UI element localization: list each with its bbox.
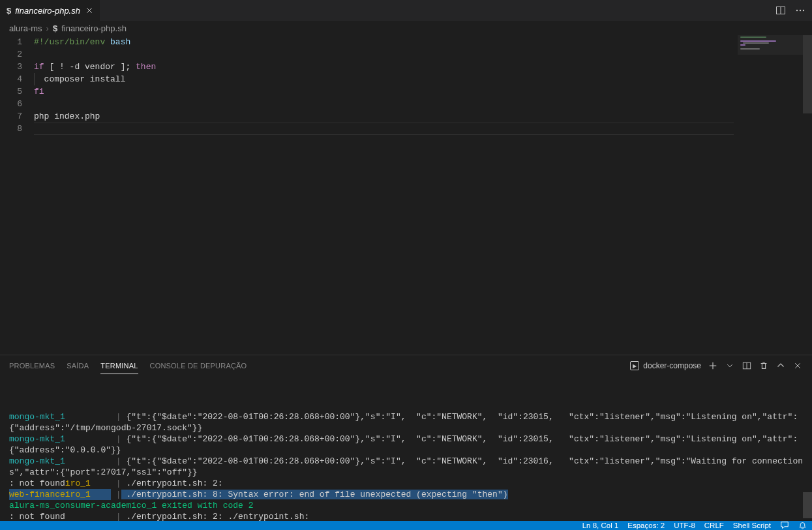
tab-debug-console[interactable]: CONSOLE DE DEPURAÇÃO [150, 358, 247, 374]
profile-label: docker-compose [643, 361, 701, 370]
token: [ ! -d vendor ] [44, 62, 126, 72]
token: then [130, 62, 156, 72]
tab-problems[interactable]: PROBLEMAS [9, 358, 55, 374]
line-number: 1 [0, 36, 22, 48]
status-eol[interactable]: CRLF [704, 522, 724, 529]
minimap[interactable] [738, 35, 803, 348]
terminal-line: alura-ms_consumer-academico_1 exited wit… [9, 500, 803, 511]
task-icon: ▶ [630, 361, 639, 370]
line-number: 6 [0, 98, 22, 110]
terminal-line: web-financeiro_1 | ./entrypoint.sh: 8: S… [9, 489, 803, 500]
more-icon[interactable] [795, 5, 805, 16]
panel-tab-group: PROBLEMAS SAÍDA TERMINAL CONSOLE DE DEPU… [9, 358, 247, 374]
line-gutter: 12345678 [0, 35, 34, 355]
editor-actions [775, 5, 809, 16]
status-bar: Ln 8, Col 1 Espaços: 2 UTF-8 CRLF Shell … [0, 521, 812, 530]
code-line[interactable]: composer install [34, 73, 812, 85]
tab-terminal[interactable]: TERMINAL [100, 358, 138, 374]
svg-point-4 [803, 10, 804, 11]
tab-group: $ financeiro-php.sh [0, 0, 100, 21]
token: composer install [34, 74, 125, 84]
bell-icon[interactable] [798, 522, 807, 530]
line-number: 2 [0, 48, 22, 61]
code-line[interactable] [34, 123, 812, 135]
shell-icon: $ [53, 23, 57, 33]
terminal-line: : not foundiro_1 | ./entrypoint.sh: 2: [9, 478, 803, 489]
editor-tabs: $ financeiro-php.sh [0, 0, 812, 21]
svg-point-2 [796, 10, 798, 11]
status-indent[interactable]: Espaços: 2 [627, 522, 665, 529]
breadcrumb-file[interactable]: financeiro-php.sh [61, 23, 127, 33]
new-terminal-icon[interactable] [708, 361, 718, 371]
file-tab[interactable]: $ financeiro-php.sh [0, 0, 100, 21]
status-encoding[interactable]: UTF-8 [674, 522, 695, 529]
token: if [34, 62, 44, 72]
split-editor-icon[interactable] [775, 5, 786, 16]
terminal-output[interactable]: mongo-mkt_1 | {"t":{"$date":"2022-08-01T… [0, 376, 812, 521]
status-language[interactable]: Shell Script [733, 522, 771, 529]
close-panel-icon[interactable] [792, 361, 803, 371]
terminal-profile[interactable]: ▶ docker-compose [630, 361, 701, 370]
line-number: 4 [0, 73, 22, 85]
minimap-viewport[interactable] [738, 35, 803, 55]
terminal-line: mongo-mkt_1 | {"t":{"$date":"2022-08-01T… [9, 434, 803, 456]
breadcrumb[interactable]: alura-ms › $ financeiro-php.sh [0, 21, 812, 35]
panel-actions: ▶ docker-compose [630, 361, 803, 371]
code-line[interactable]: #!/usr/bin/env bash [34, 36, 812, 48]
code-line[interactable] [34, 98, 812, 110]
close-icon[interactable] [84, 5, 95, 16]
code-editor[interactable]: 12345678 #!/usr/bin/env bashif [ ! -d ve… [0, 35, 812, 355]
token: fi [34, 87, 44, 96]
terminal-line: mongo-mkt_1 | {"t":{"$date":"2022-08-01T… [9, 411, 803, 434]
breadcrumb-root[interactable]: alura-ms [9, 23, 42, 33]
chevron-right-icon: › [46, 23, 49, 33]
terminal-scrollbar[interactable] [803, 376, 812, 521]
trash-icon[interactable] [759, 361, 769, 371]
maximize-panel-icon[interactable] [775, 361, 786, 371]
code-line[interactable]: if [ ! -d vendor ]; then [34, 61, 812, 73]
line-number: 3 [0, 61, 22, 73]
token: bash [110, 37, 130, 47]
bottom-panel: PROBLEMAS SAÍDA TERMINAL CONSOLE DE DEPU… [0, 355, 812, 521]
code-line[interactable]: fi [34, 85, 812, 98]
token: #!/usr/bin/env [34, 37, 110, 47]
tab-title: financeiro-php.sh [15, 6, 80, 16]
split-terminal-icon[interactable] [742, 361, 752, 371]
token: php index.php [34, 111, 100, 121]
line-number: 7 [0, 110, 22, 123]
scrollbar-thumb[interactable] [803, 492, 812, 518]
terminal-line: : not found | ./entrypoint.sh: 2: ./entr… [9, 511, 803, 521]
scrollbar-thumb[interactable] [803, 35, 812, 113]
line-number: 5 [0, 85, 22, 98]
terminal-line: mongo-mkt_1 | {"t":{"$date":"2022-08-01T… [9, 456, 803, 478]
panel-tabs: PROBLEMAS SAÍDA TERMINAL CONSOLE DE DEPU… [0, 355, 812, 376]
shell-icon: $ [7, 6, 11, 16]
code-area[interactable]: #!/usr/bin/env bashif [ ! -d vendor ]; t… [34, 35, 812, 355]
code-line[interactable]: php index.php [34, 110, 812, 123]
editor-scrollbar[interactable] [803, 35, 812, 355]
line-number: 8 [0, 123, 22, 135]
code-line[interactable] [34, 48, 812, 61]
status-cursor[interactable]: Ln 8, Col 1 [582, 522, 619, 529]
svg-point-3 [800, 10, 801, 11]
chevron-down-icon[interactable] [725, 361, 735, 371]
feedback-icon[interactable] [780, 521, 789, 530]
tab-output[interactable]: SAÍDA [67, 358, 89, 374]
